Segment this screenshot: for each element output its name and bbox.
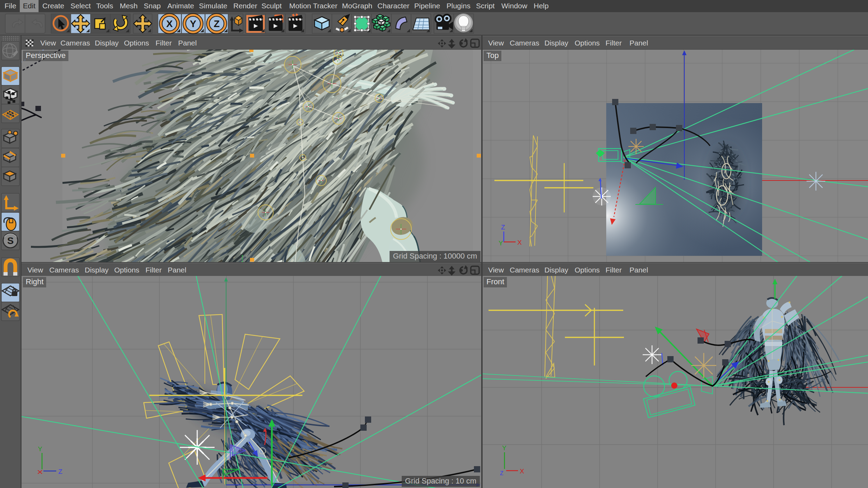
svg-text:Y: Y [190, 18, 197, 29]
svg-text:Y: Y [502, 444, 507, 452]
svg-text:Y: Y [499, 239, 503, 247]
svg-text:Z: Z [500, 470, 503, 476]
svg-text:X: X [517, 239, 522, 246]
svg-text:Y: Y [38, 445, 42, 453]
svg-text:X: X [520, 468, 524, 475]
svg-text:X: X [166, 18, 173, 29]
svg-text:Z: Z [501, 224, 505, 231]
svg-text:Z: Z [58, 468, 62, 475]
svg-text:S: S [7, 235, 14, 246]
svg-text:Z: Z [214, 18, 219, 29]
